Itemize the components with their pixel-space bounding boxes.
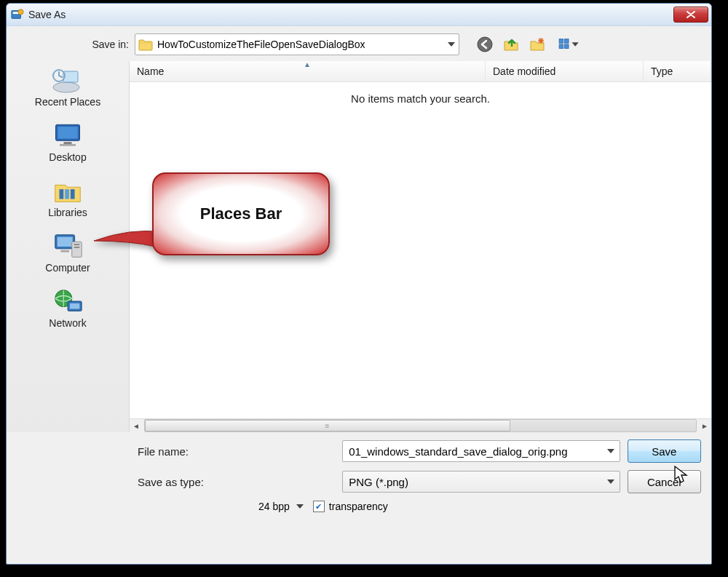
svg-rect-9 [63, 71, 78, 82]
svg-rect-6 [559, 44, 563, 49]
toolbar-nav [475, 35, 583, 54]
place-label: Libraries [48, 207, 87, 218]
transparency-label: transparency [329, 501, 388, 512]
save-button-label: Save [652, 445, 676, 458]
svg-rect-13 [64, 142, 72, 144]
svg-rect-5 [565, 39, 569, 44]
place-label: Recent Places [35, 96, 100, 108]
bottom-form: File name: 01_windows_standard_save_dial… [7, 432, 711, 518]
new-folder-button[interactable] [528, 35, 547, 54]
scroll-right-icon[interactable]: ► [698, 420, 711, 431]
scroll-left-icon[interactable]: ◄ [130, 420, 143, 431]
libraries-icon [50, 176, 85, 205]
savetype-label: Save as type: [15, 476, 335, 488]
filename-label: File name: [15, 445, 335, 458]
place-label: Network [49, 317, 86, 329]
close-icon [687, 11, 695, 18]
svg-rect-7 [565, 44, 569, 49]
back-icon [476, 36, 494, 53]
chevron-down-icon [606, 447, 615, 455]
filename-input[interactable]: 01_windows_standard_save_dialog_orig.png [342, 440, 620, 462]
save-in-label: Save in: [15, 39, 129, 50]
place-recent[interactable]: Recent Places [17, 65, 119, 108]
svg-rect-26 [70, 303, 79, 309]
place-desktop[interactable]: Desktop [17, 121, 119, 163]
save-button[interactable]: Save [628, 439, 701, 463]
folder-icon [138, 38, 153, 51]
folder-up-icon [502, 36, 520, 53]
savetype-value: PNG (*.png) [349, 476, 601, 488]
computer-icon [50, 231, 85, 260]
options-row: 24 bpp ✔ transparency [15, 501, 703, 512]
column-name-label: Name [137, 65, 164, 77]
column-type-label: Type [651, 65, 673, 77]
desktop-icon [50, 121, 85, 150]
svg-point-3 [478, 37, 492, 52]
titlebar: Save As [7, 4, 711, 26]
scroll-track[interactable]: ≡ [144, 419, 697, 432]
place-label: Computer [45, 262, 90, 274]
folder-new-icon [529, 36, 546, 53]
filename-value: 01_windows_standard_save_dialog_orig.png [349, 445, 601, 458]
transparency-checkbox[interactable]: ✔ transparency [313, 501, 388, 512]
callout-text: Places Bar [200, 204, 282, 223]
svg-rect-15 [60, 189, 64, 199]
svg-point-8 [53, 82, 79, 92]
cancel-button[interactable]: Cancel [628, 470, 701, 493]
column-type[interactable]: Type [644, 61, 711, 81]
place-network[interactable]: Network [17, 287, 119, 329]
bpp-value: 24 bpp [258, 501, 290, 512]
scroll-thumb[interactable]: ≡ [145, 420, 510, 431]
save-in-combo[interactable]: HowToCustomizeTheFileOpenSaveDialogBox [135, 33, 459, 55]
list-header: Name ▲ Date modified Type [130, 61, 711, 82]
network-icon [50, 287, 85, 316]
chevron-down-icon [447, 40, 456, 49]
up-one-level-button[interactable] [502, 35, 521, 54]
cancel-button-label: Cancel [647, 476, 681, 488]
bpp-select[interactable]: 24 bpp [258, 501, 304, 512]
chevron-down-icon [296, 502, 304, 511]
svg-rect-17 [71, 189, 75, 199]
place-label: Desktop [49, 151, 86, 163]
app-icon [11, 8, 24, 21]
back-button[interactable] [475, 35, 494, 54]
svg-rect-4 [559, 39, 563, 44]
savetype-select[interactable]: PNG (*.png) [342, 471, 620, 493]
chevron-down-icon [606, 477, 615, 486]
save-as-dialog: Save As Save in: HowToCustomizeTheFileOp… [6, 3, 712, 565]
save-in-row: Save in: HowToCustomizeTheFileOpenSaveDi… [7, 26, 711, 61]
svg-rect-12 [58, 127, 78, 139]
svg-rect-16 [65, 189, 69, 199]
column-name[interactable]: Name ▲ [130, 61, 486, 81]
column-date[interactable]: Date modified [486, 61, 644, 81]
close-button[interactable] [673, 7, 708, 23]
svg-point-2 [18, 9, 23, 15]
view-menu-icon [556, 36, 581, 52]
recent-places-icon [50, 65, 85, 95]
save-in-value: HowToCustomizeTheFileOpenSaveDialogBox [157, 39, 443, 50]
window-title: Save As [28, 9, 66, 20]
places-bar-callout: Places Bar [152, 172, 330, 255]
column-date-label: Date modified [493, 65, 555, 77]
svg-rect-14 [60, 144, 76, 146]
svg-rect-19 [58, 237, 73, 247]
svg-rect-21 [74, 244, 80, 245]
svg-rect-22 [74, 247, 80, 248]
view-menu-button[interactable] [554, 35, 583, 54]
svg-rect-23 [60, 250, 69, 252]
sort-ascending-icon: ▲ [304, 60, 311, 68]
checkbox-box: ✔ [313, 501, 325, 512]
place-libraries[interactable]: Libraries [17, 176, 119, 218]
horizontal-scrollbar[interactable]: ◄ ≡ ► [130, 418, 711, 432]
